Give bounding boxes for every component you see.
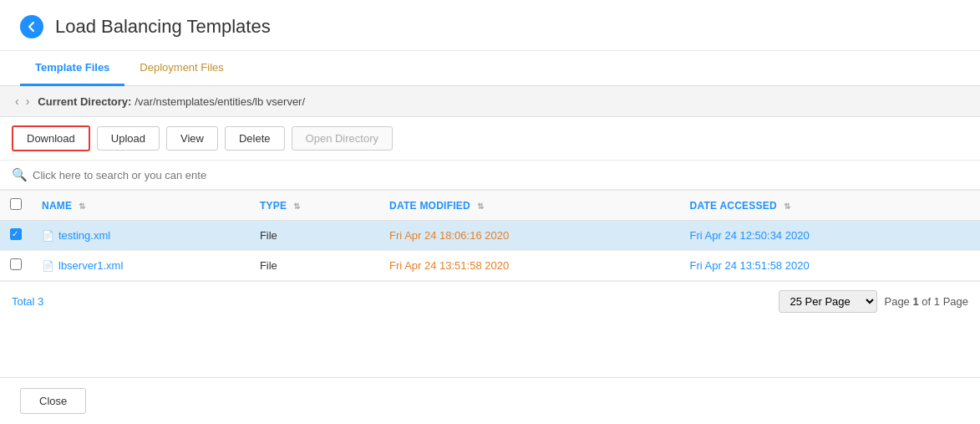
dir-forward-button[interactable]: › — [23, 93, 33, 110]
page-current: 1 — [912, 295, 918, 308]
table-row: 📄lbserver1.xmlFileFri Apr 24 13:51:58 20… — [0, 251, 980, 281]
table-row: 📄testing.xmlFileFri Apr 24 18:06:16 2020… — [0, 221, 980, 251]
row-date-modified: Fri Apr 24 13:51:58 2020 — [379, 251, 679, 281]
footer-bar: Total 3 25 Per Page50 Per Page100 Per Pa… — [0, 281, 980, 321]
upload-button[interactable]: Upload — [97, 126, 160, 151]
row-date-accessed: Fri Apr 24 12:50:34 2020 — [680, 221, 980, 251]
file-icon: 📄 — [42, 260, 54, 272]
file-name[interactable]: lbserver1.xml — [58, 259, 123, 272]
row-checkbox[interactable] — [10, 228, 22, 240]
date-modified-sort-icon[interactable]: ⇅ — [477, 202, 484, 211]
per-page-select[interactable]: 25 Per Page50 Per Page100 Per Page — [779, 290, 877, 313]
name-sort-icon[interactable]: ⇅ — [79, 202, 85, 211]
name-column-header: NAME ⇅ — [32, 191, 250, 221]
type-sort-icon[interactable]: ⇅ — [293, 202, 300, 211]
total-count: Total 3 — [12, 295, 43, 308]
current-directory-path: /var/nstemplates/entities/lb vserver/ — [135, 95, 305, 108]
page-label: Page 1 of 1 Page — [884, 295, 968, 308]
row-type: File — [250, 221, 379, 251]
date-accessed-column-header: DATE ACCESSED ⇅ — [680, 191, 980, 221]
current-directory-label: Current Directory: — [38, 95, 131, 108]
row-checkbox-cell — [0, 251, 32, 281]
tab-template-files[interactable]: Template Files — [20, 51, 124, 86]
page-title: Load Balancing Templates — [55, 16, 271, 38]
row-name: 📄lbserver1.xml — [32, 251, 250, 281]
search-bar: 🔍 — [0, 161, 980, 190]
row-date-modified: Fri Apr 24 18:06:16 2020 — [379, 221, 679, 251]
tab-deployment-files[interactable]: Deployment Files — [124, 51, 238, 86]
select-all-checkbox[interactable] — [10, 198, 22, 210]
tabs-bar: Template Files Deployment Files — [0, 51, 980, 86]
type-column-header: TYPE ⇅ — [250, 191, 379, 221]
row-checkbox-cell — [0, 221, 32, 251]
page-of: of 1 Page — [922, 295, 968, 308]
download-button[interactable]: Download — [12, 125, 90, 151]
select-all-header[interactable] — [0, 191, 32, 221]
delete-button[interactable]: Delete — [225, 126, 285, 151]
row-date-accessed: Fri Apr 24 13:51:58 2020 — [680, 251, 980, 281]
search-icon: 🔍 — [12, 167, 28, 182]
view-button[interactable]: View — [166, 126, 218, 151]
back-button[interactable] — [20, 15, 43, 38]
open-directory-button[interactable]: Open Directory — [292, 126, 393, 151]
action-bar: Download Upload View Delete Open Directo… — [0, 117, 980, 161]
bottom-bar: Close — [0, 377, 980, 424]
files-table: NAME ⇅ TYPE ⇅ DATE MODIFIED ⇅ DATE ACCES… — [0, 190, 980, 281]
search-input[interactable] — [33, 169, 250, 181]
close-button[interactable]: Close — [20, 388, 86, 414]
file-name[interactable]: testing.xml — [58, 229, 110, 242]
dir-back-button[interactable]: ‹ — [12, 93, 23, 110]
content-area: ‹ › Current Directory: /var/nstemplates/… — [0, 86, 980, 377]
row-name: 📄testing.xml — [32, 221, 250, 251]
row-type: File — [250, 251, 379, 281]
file-icon: 📄 — [42, 230, 54, 242]
date-modified-column-header: DATE MODIFIED ⇅ — [379, 191, 679, 221]
pagination-area: 25 Per Page50 Per Page100 Per Page Page … — [779, 290, 968, 313]
directory-bar: ‹ › Current Directory: /var/nstemplates/… — [0, 86, 980, 117]
row-checkbox[interactable] — [10, 258, 22, 270]
date-accessed-sort-icon[interactable]: ⇅ — [784, 202, 790, 211]
